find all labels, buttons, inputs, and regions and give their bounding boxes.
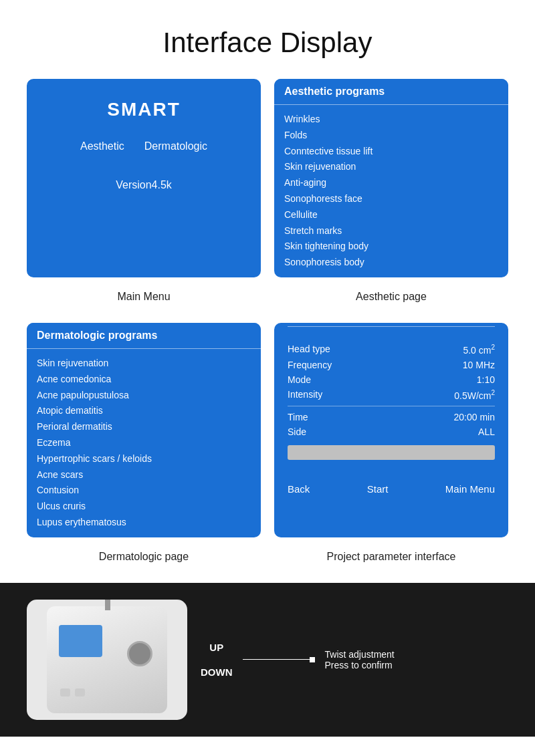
page-title: Interface Display [0, 0, 535, 79]
list-item: Cellulite [284, 207, 498, 223]
param-page-label: Project parameter interface [274, 551, 508, 563]
list-item: Conntective tissue lift [284, 144, 498, 160]
param-row-mode: Mode 1:10 [288, 374, 495, 385]
param-panel: Head type 5.0 cm2 Frequency 10 MHz Mode … [274, 323, 508, 537]
aesthetic-list: Wrinkles Folds Conntective tissue lift S… [274, 105, 508, 277]
param-row-intensity: Intensity 0.5W/cm2 [288, 389, 495, 401]
list-item: Atopic dematitis [37, 403, 251, 419]
derm-list: Skin rejuvenation Acne comedonica Acne p… [27, 349, 261, 537]
smart-title: SMART [107, 99, 181, 120]
param-row-frequency: Frequency 10 MHz [288, 360, 495, 370]
instruction-press: Press to confirm [325, 660, 395, 670]
list-item: Skin rejuvenation [284, 159, 498, 175]
derm-page-label: Dermatologic page [27, 551, 261, 563]
list-item: Acne comedonica [37, 372, 251, 388]
aesthetic-panel: Aesthetic programs Wrinkles Folds Connte… [274, 79, 508, 277]
start-button[interactable]: Start [367, 483, 389, 495]
progress-bar [288, 445, 495, 460]
list-item: Contusion [37, 483, 251, 499]
main-menu-label: Main Menu [27, 291, 261, 303]
down-label: DOWN [201, 666, 233, 678]
derm-header: Dermatologic programs [37, 330, 157, 341]
param-row-side: Side ALL [288, 426, 495, 437]
aesthetic-header: Aesthetic programs [284, 86, 385, 97]
param-row-headtype: Head type 5.0 cm2 [288, 344, 495, 356]
back-button[interactable]: Back [288, 483, 310, 495]
dermatologic-btn[interactable]: Dermatologic [144, 140, 207, 152]
aesthetic-page-label: Aesthetic page [274, 291, 508, 303]
derm-panel: Dermatologic programs Skin rejuvenation … [27, 323, 261, 537]
bottom-section: UP DOWN Twist adjustment Press to confir… [0, 583, 535, 737]
list-item: Acne papulopustulosa [37, 388, 251, 404]
list-item: Sonophorests face [284, 191, 498, 207]
list-item: Sonophoresis body [284, 255, 498, 271]
list-item: Folds [284, 128, 498, 144]
main-menu-button[interactable]: Main Menu [445, 483, 495, 495]
list-item: Stretch marks [284, 223, 498, 239]
smart-version: Version4.5k [116, 179, 172, 191]
device-image [27, 600, 187, 720]
instruction-twist: Twist adjustment [325, 649, 395, 660]
smart-panel: SMART Aesthetic Dermatologic Version4.5k [27, 79, 261, 277]
list-item: Skin tightening body [284, 239, 498, 255]
list-item: Eczema [37, 435, 251, 451]
list-item: Anti-aging [284, 175, 498, 191]
list-item: Skin rejuvenation [37, 356, 251, 372]
list-item: Ulcus cruris [37, 499, 251, 515]
param-row-time: Time 20:00 min [288, 412, 495, 422]
list-item: Hypertrophic scars / keloids [37, 451, 251, 467]
list-item: Perioral dermatitis [37, 419, 251, 435]
list-item: Lupus erythematosus [37, 515, 251, 531]
aesthetic-btn[interactable]: Aesthetic [80, 140, 124, 152]
list-item: Wrinkles [284, 112, 498, 128]
up-label: UP [209, 642, 223, 653]
list-item: Acne scars [37, 467, 251, 483]
